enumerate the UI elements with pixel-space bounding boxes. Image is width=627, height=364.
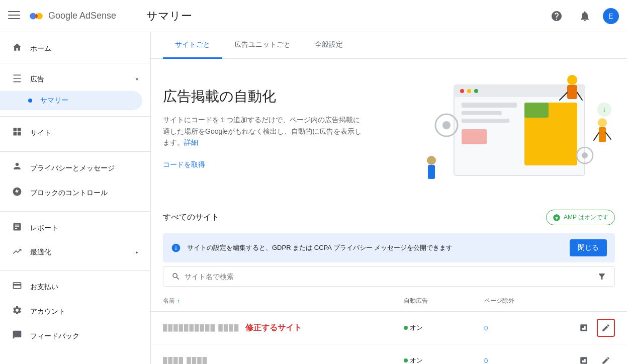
sidebar-label-report: レポート <box>30 224 58 233</box>
sidebar-label-sites: サイト <box>30 129 51 138</box>
col-name-header: 名前 ↑ <box>163 297 404 305</box>
hero-description: サイトにコードを１つ追加するだけで、ページ内の広告掲載に適した場所をGoogle… <box>163 114 364 148</box>
tab-site[interactable]: サイトごと <box>163 32 222 59</box>
svg-point-13 <box>467 89 471 93</box>
sidebar-label-payment: お支払い <box>30 283 58 292</box>
row-page-1: 0 <box>484 324 565 332</box>
sidebar-item-payment[interactable]: お支払い <box>0 275 142 299</box>
active-dot <box>28 99 32 103</box>
hero-text: 広告掲載の自動化 サイトにコードを１つ追加するだけで、ページ内の広告掲載に適した… <box>163 87 412 173</box>
sidebar-privacy-section: プライバシーとメッセージ ブロックのコントロール <box>0 151 150 209</box>
svg-rect-26 <box>567 85 577 99</box>
main-layout: ホーム 広告 ▾ サマリー サイト <box>0 32 627 364</box>
close-banner-button[interactable]: 閉じる <box>570 239 607 256</box>
on-dot-2 <box>404 358 408 362</box>
sidebar-item-block[interactable]: ブロックのコントロール <box>0 180 142 205</box>
sidebar-item-account[interactable]: アカウント <box>0 299 142 324</box>
tab-general[interactable]: 全般設定 <box>303 32 355 59</box>
sidebar-item-summary[interactable]: サマリー <box>0 91 142 110</box>
svg-point-24 <box>582 152 588 158</box>
privacy-icon <box>12 162 22 174</box>
on-dot-1 <box>404 326 408 330</box>
account-icon <box>12 305 22 318</box>
svg-text:↓: ↓ <box>603 105 606 113</box>
sidebar-item-report[interactable]: レポート <box>0 216 142 240</box>
svg-point-22 <box>442 121 451 129</box>
svg-rect-15 <box>462 103 517 108</box>
avatar[interactable]: E <box>603 8 619 24</box>
notification-icon[interactable] <box>575 6 595 26</box>
search-bar <box>163 266 615 287</box>
svg-rect-17 <box>462 119 509 123</box>
help-icon[interactable] <box>547 6 567 26</box>
hero-detail-link[interactable]: 詳細 <box>184 138 198 146</box>
sidebar-label-summary: サマリー <box>40 96 68 105</box>
sidebar-item-privacy[interactable]: プライバシーとメッセージ <box>0 156 142 180</box>
svg-point-12 <box>460 89 464 93</box>
edit-button-1[interactable] <box>597 319 615 337</box>
logo-icon <box>28 8 44 24</box>
logo-text: Google AdSense <box>48 11 116 21</box>
svg-rect-30 <box>599 127 606 142</box>
row-auto-1: オン <box>404 323 484 332</box>
menu-icon[interactable] <box>8 9 20 23</box>
optimize-icon <box>12 246 22 258</box>
svg-line-31 <box>594 133 599 140</box>
sidebar-label-ads: 広告 <box>30 75 44 84</box>
stats-button-1[interactable] <box>575 319 593 337</box>
stats-button-2[interactable] <box>575 351 593 364</box>
svg-rect-2 <box>8 18 20 19</box>
amp-badge: AMP はオンです <box>546 210 615 225</box>
home-icon <box>12 42 22 55</box>
col-page-header: ページ除外 <box>484 297 565 305</box>
page-title: サマリー <box>146 9 547 24</box>
svg-point-14 <box>474 89 478 93</box>
tab-adunit[interactable]: 広告ユニットごと <box>222 32 303 59</box>
sidebar-label-optimize: 最適化 <box>30 248 51 257</box>
sidebar-report-section: レポート 最適化 ▸ <box>0 211 150 268</box>
amp-badge-text: AMP はオンです <box>564 213 608 222</box>
feedback-icon <box>12 330 22 342</box>
hero-cta-link[interactable]: コードを取得 <box>163 156 205 173</box>
table-row: ██████████ ████ 修正するサイト オン 0 <box>151 312 627 344</box>
payment-icon <box>12 281 22 293</box>
row-name-blurred-2: ████ ████ <box>163 357 208 364</box>
section-header: すべてのサイト AMP はオンです <box>151 202 627 229</box>
svg-rect-16 <box>462 111 502 115</box>
header-actions: E <box>547 6 619 26</box>
sidebar-item-ads[interactable]: 広告 ▾ <box>0 67 150 91</box>
row-name-highlight-1: 修正するサイト <box>245 323 302 333</box>
sidebar-ads-section: 広告 ▾ サマリー <box>0 63 150 114</box>
row-site-name-1: ██████████ ████ 修正するサイト <box>163 323 404 333</box>
sidebar-item-home[interactable]: ホーム <box>0 36 142 61</box>
svg-rect-1 <box>8 15 20 16</box>
svg-rect-34 <box>428 165 435 179</box>
ads-icon <box>12 73 22 85</box>
svg-point-29 <box>598 118 607 127</box>
svg-rect-9 <box>18 132 21 136</box>
logo-area: Google AdSense <box>28 8 116 24</box>
on-label-2: オン <box>410 356 423 364</box>
row-actions-2 <box>565 351 615 364</box>
table-row: ████ ████ オン 0 <box>151 344 627 364</box>
filter-icon[interactable] <box>597 272 606 281</box>
row-page-2: 0 <box>484 357 565 365</box>
search-input[interactable] <box>185 272 593 281</box>
sidebar-item-sites[interactable]: サイト <box>0 121 142 145</box>
tabs: サイトごと 広告ユニットごと 全般設定 <box>151 32 627 59</box>
edit-button-2[interactable] <box>597 351 615 364</box>
sidebar: ホーム 広告 ▾ サマリー サイト <box>0 32 151 364</box>
row-name-blurred-1: ██████████ ████ <box>163 324 239 331</box>
report-icon <box>12 222 22 234</box>
sidebar-item-feedback[interactable]: フィードバック <box>0 324 142 348</box>
sidebar-label-account: アカウント <box>30 307 65 316</box>
sidebar-label-feedback: フィードバック <box>30 332 79 341</box>
block-icon <box>12 187 22 199</box>
hero-illustration: ↓ <box>424 75 615 186</box>
svg-rect-7 <box>18 128 21 132</box>
svg-point-33 <box>427 156 436 165</box>
svg-rect-8 <box>14 132 17 136</box>
content-area: サイトごと 広告ユニットごと 全般設定 広告掲載の自動化 サイトにコードを１つ追… <box>151 32 627 364</box>
sidebar-item-optimize[interactable]: 最適化 ▸ <box>0 240 150 264</box>
svg-rect-0 <box>8 11 20 12</box>
